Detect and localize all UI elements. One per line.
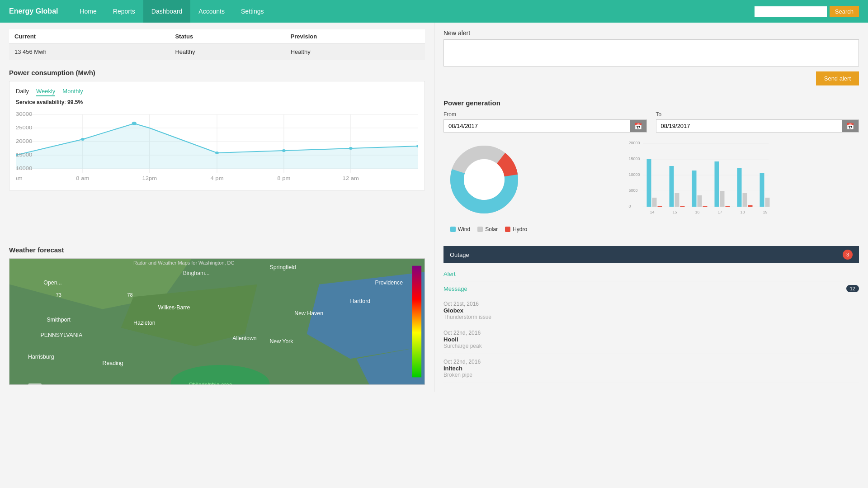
nav-accounts[interactable]: Accounts (190, 0, 233, 23)
weather-map-svg: Today Hourly 5 Day 10 Day Weekend Monthl… (9, 259, 425, 384)
solar-dot (477, 227, 483, 232)
top-section: Current Status Prevision 13 456 Mwh Heal… (0, 23, 868, 239)
nav-settings[interactable]: Settings (233, 0, 272, 23)
svg-text:Harrisburg: Harrisburg (28, 354, 54, 360)
tab-monthly[interactable]: Monthly (62, 88, 83, 96)
donut-chart (443, 139, 525, 220)
svg-text:12 am: 12 am (343, 176, 359, 181)
message-link[interactable]: Message (443, 285, 467, 292)
svg-text:Hazleton: Hazleton (133, 320, 156, 326)
alert-link[interactable]: Alert (443, 270, 456, 277)
tab-weekly[interactable]: Weekly (36, 88, 55, 96)
to-date-input[interactable] (656, 120, 842, 132)
hydro-dot (505, 227, 510, 232)
col-prevision: Prevision (285, 29, 425, 44)
svg-text:Radar and Weather Maps for Was: Radar and Weather Maps for Washington, D… (133, 260, 235, 265)
svg-rect-52 (715, 161, 719, 207)
incident-item-0: Oct 21st, 2016 Globex Thunderstorm issue (443, 296, 859, 325)
current-value: 13 456 Mwh (9, 44, 170, 60)
svg-point-12 (81, 138, 85, 141)
svg-point-14 (215, 152, 219, 154)
svg-text:30000: 30000 (16, 112, 33, 117)
search-input[interactable] (755, 6, 827, 17)
svg-text:10000: 10000 (16, 166, 33, 171)
bottom-section: Weather forecast Today Hourly 5 Day 10 D… (0, 239, 868, 392)
svg-text:Springfield: Springfield (269, 264, 296, 270)
incident-date-2: Oct 22nd, 2016 (443, 359, 859, 365)
navbar: Energy Global Home Reports Dashboard Acc… (0, 0, 868, 23)
svg-rect-59 (765, 198, 770, 207)
svg-text:8 pm: 8 pm (277, 176, 290, 181)
svg-text:New Haven: New Haven (294, 310, 323, 317)
svg-text:5000: 5000 (629, 188, 638, 193)
service-avail-label: Service availability (16, 99, 64, 105)
svg-text:Open...: Open... (43, 280, 61, 286)
donut-legend: Wind Solar Hydro (443, 226, 534, 232)
weather-title: Weather forecast (9, 246, 425, 254)
status-table: Current Status Prevision 13 456 Mwh Heal… (9, 29, 425, 60)
svg-rect-45 (658, 206, 662, 207)
legend-hydro: Hydro (505, 226, 527, 232)
incident-company-1: Hooli (443, 336, 859, 343)
right-column: New alert Send alert Power generation Fr… (434, 23, 868, 239)
svg-rect-43 (647, 159, 651, 207)
svg-rect-44 (652, 198, 657, 207)
svg-rect-57 (748, 205, 753, 207)
prevision-value: Healthy (285, 44, 425, 60)
svg-text:19: 19 (763, 210, 767, 214)
incident-desc-2: Broken pipe (443, 372, 859, 378)
outage-title: Outage (450, 251, 469, 258)
svg-text:Bingham...: Bingham... (183, 270, 210, 276)
svg-text:20000: 20000 (629, 141, 640, 145)
from-date-input[interactable] (444, 120, 630, 132)
to-date-field: To 📅 (656, 111, 859, 133)
svg-text:15000: 15000 (629, 156, 640, 161)
legend-wind: Wind (450, 226, 470, 232)
nav-home[interactable]: Home (71, 0, 104, 23)
svg-text:78: 78 (127, 292, 132, 298)
solar-label: Solar (485, 226, 498, 232)
svg-rect-56 (743, 193, 747, 207)
nav-links: Home Reports Dashboard Accounts Settings (71, 0, 754, 23)
bar-chart-wrap: 20000 15000 10000 5000 0 (543, 139, 859, 222)
incident-item-2: Oct 22nd, 2016 Initech Broken pipe (443, 354, 859, 383)
from-date-input-wrap: 📅 (443, 119, 647, 133)
tab-daily[interactable]: Daily (16, 88, 29, 96)
svg-point-15 (282, 149, 286, 152)
incident-item-1: Oct 22nd, 2016 Hooli Surcharge peak (443, 325, 859, 354)
search-button[interactable]: Search (830, 6, 859, 17)
svg-rect-58 (760, 173, 764, 207)
weather-map[interactable]: Today Hourly 5 Day 10 Day Weekend Monthl… (9, 258, 425, 385)
alert-row: Alert (443, 267, 859, 281)
power-consumption-chart-container: Daily Weekly Monthly Service availabilit… (9, 81, 425, 190)
svg-text:Philadelphia area: Philadelphia area (189, 382, 232, 384)
outage-count-badge: 3 (843, 250, 853, 260)
svg-rect-51 (703, 206, 708, 207)
svg-rect-98 (28, 384, 42, 384)
bar-chart: 20000 15000 10000 5000 0 (543, 139, 859, 220)
svg-text:14: 14 (650, 210, 654, 214)
svg-text:17: 17 (717, 210, 722, 214)
svg-text:Wilkes-Barre: Wilkes-Barre (158, 304, 190, 311)
nav-search-area: Search (755, 6, 859, 17)
svg-text:Hartford: Hartford (350, 298, 371, 304)
power-gen-title: Power generation (443, 99, 859, 107)
from-calendar-button[interactable]: 📅 (630, 120, 646, 132)
from-label: From (443, 111, 647, 118)
svg-text:25000: 25000 (16, 125, 33, 130)
send-alert-button[interactable]: Send alert (816, 71, 859, 85)
incident-list: Oct 21st, 2016 Globex Thunderstorm issue… (443, 296, 859, 383)
to-calendar-button[interactable]: 📅 (842, 120, 859, 132)
from-date-field: From 📅 (443, 111, 647, 133)
svg-text:Reading: Reading (103, 360, 123, 366)
alert-textarea[interactable] (443, 39, 859, 66)
svg-text:12pm: 12pm (142, 176, 157, 181)
svg-rect-47 (675, 193, 679, 207)
nav-reports[interactable]: Reports (105, 0, 143, 23)
chart-tabs: Daily Weekly Monthly (16, 88, 418, 96)
svg-text:20000: 20000 (16, 139, 33, 144)
wind-label: Wind (458, 226, 470, 232)
nav-dashboard[interactable]: Dashboard (143, 0, 191, 23)
svg-text:18: 18 (740, 210, 745, 214)
svg-text:8 am: 8 am (76, 176, 89, 181)
